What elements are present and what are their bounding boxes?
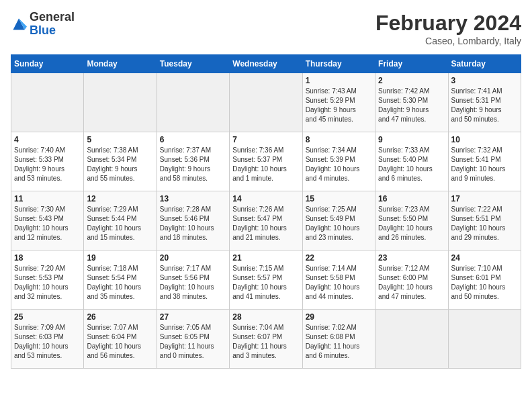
- day-info: Sunrise: 7:36 AM Sunset: 5:37 PM Dayligh…: [232, 146, 299, 183]
- calendar-cell: 24Sunrise: 7:10 AM Sunset: 6:01 PM Dayli…: [448, 250, 521, 310]
- day-number: 24: [451, 253, 518, 263]
- day-number: 17: [451, 194, 518, 203]
- calendar-cell: 14Sunrise: 7:26 AM Sunset: 5:47 PM Dayli…: [230, 191, 302, 250]
- calendar-cell: 5Sunrise: 7:38 AM Sunset: 5:34 PM Daylig…: [84, 132, 157, 191]
- page-header: General Blue February 2024 Caseo, Lombar…: [11, 11, 521, 46]
- day-number: 20: [160, 253, 226, 263]
- calendar-cell: [448, 310, 521, 369]
- day-number: 4: [14, 135, 81, 144]
- day-info: Sunrise: 7:42 AM Sunset: 5:30 PM Dayligh…: [378, 87, 445, 124]
- day-info: Sunrise: 7:12 AM Sunset: 6:00 PM Dayligh…: [378, 264, 445, 302]
- logo-text: General Blue: [30, 11, 75, 38]
- day-number: 21: [232, 253, 299, 263]
- calendar-header-row: SundayMondayTuesdayWednesdayThursdayFrid…: [11, 55, 521, 73]
- day-info: Sunrise: 7:05 AM Sunset: 6:05 PM Dayligh…: [160, 323, 226, 361]
- header-wednesday: Wednesday: [230, 55, 302, 73]
- logo-blue: Blue: [30, 24, 56, 37]
- day-number: 7: [232, 135, 299, 144]
- calendar-cell: 16Sunrise: 7:23 AM Sunset: 5:50 PM Dayli…: [375, 191, 448, 250]
- logo-icon: [11, 16, 27, 32]
- header-tuesday: Tuesday: [157, 55, 229, 73]
- day-number: 28: [232, 312, 299, 322]
- day-number: 26: [87, 312, 153, 322]
- day-info: Sunrise: 7:34 AM Sunset: 5:39 PM Dayligh…: [306, 146, 372, 183]
- calendar-cell: 28Sunrise: 7:04 AM Sunset: 6:07 PM Dayli…: [230, 310, 302, 369]
- day-number: 25: [14, 312, 81, 322]
- header-saturday: Saturday: [448, 55, 521, 73]
- calendar-cell: 8Sunrise: 7:34 AM Sunset: 5:39 PM Daylig…: [302, 132, 375, 191]
- day-number: 23: [378, 253, 445, 263]
- calendar-cell: 7Sunrise: 7:36 AM Sunset: 5:37 PM Daylig…: [230, 132, 302, 191]
- day-number: 13: [160, 194, 226, 203]
- day-number: 3: [451, 76, 518, 85]
- day-number: 2: [378, 76, 445, 85]
- day-info: Sunrise: 7:22 AM Sunset: 5:51 PM Dayligh…: [451, 205, 518, 242]
- day-info: Sunrise: 7:26 AM Sunset: 5:47 PM Dayligh…: [232, 205, 299, 242]
- calendar-cell: 10Sunrise: 7:32 AM Sunset: 5:41 PM Dayli…: [448, 132, 521, 191]
- calendar-week-row: 1Sunrise: 7:43 AM Sunset: 5:29 PM Daylig…: [11, 73, 521, 132]
- calendar-cell: 25Sunrise: 7:09 AM Sunset: 6:03 PM Dayli…: [11, 310, 84, 369]
- calendar-cell: 21Sunrise: 7:15 AM Sunset: 5:57 PM Dayli…: [230, 250, 302, 310]
- day-number: 19: [87, 253, 153, 263]
- day-number: 18: [14, 253, 81, 263]
- day-number: 15: [306, 194, 372, 203]
- day-info: Sunrise: 7:23 AM Sunset: 5:50 PM Dayligh…: [378, 205, 445, 242]
- header-friday: Friday: [375, 55, 448, 73]
- day-info: Sunrise: 7:30 AM Sunset: 5:43 PM Dayligh…: [14, 205, 81, 242]
- day-number: 16: [378, 194, 445, 203]
- header-sunday: Sunday: [11, 55, 84, 73]
- day-number: 22: [306, 253, 372, 263]
- day-number: 27: [160, 312, 226, 322]
- day-info: Sunrise: 7:29 AM Sunset: 5:44 PM Dayligh…: [87, 205, 153, 242]
- day-info: Sunrise: 7:37 AM Sunset: 5:36 PM Dayligh…: [160, 146, 226, 183]
- calendar-cell: [11, 73, 84, 132]
- calendar-cell: 22Sunrise: 7:14 AM Sunset: 5:58 PM Dayli…: [302, 250, 375, 310]
- calendar-week-row: 18Sunrise: 7:20 AM Sunset: 5:53 PM Dayli…: [11, 250, 521, 310]
- calendar-cell: 26Sunrise: 7:07 AM Sunset: 6:04 PM Dayli…: [84, 310, 157, 369]
- header-monday: Monday: [84, 55, 157, 73]
- calendar-cell: 2Sunrise: 7:42 AM Sunset: 5:30 PM Daylig…: [375, 73, 448, 132]
- calendar-cell: 18Sunrise: 7:20 AM Sunset: 5:53 PM Dayli…: [11, 250, 84, 310]
- calendar-cell: 4Sunrise: 7:40 AM Sunset: 5:33 PM Daylig…: [11, 132, 84, 191]
- day-info: Sunrise: 7:15 AM Sunset: 5:57 PM Dayligh…: [232, 264, 299, 302]
- calendar-cell: 6Sunrise: 7:37 AM Sunset: 5:36 PM Daylig…: [157, 132, 229, 191]
- logo: General Blue: [11, 11, 75, 38]
- day-info: Sunrise: 7:07 AM Sunset: 6:04 PM Dayligh…: [87, 323, 153, 361]
- day-info: Sunrise: 7:32 AM Sunset: 5:41 PM Dayligh…: [451, 146, 518, 183]
- calendar-week-row: 4Sunrise: 7:40 AM Sunset: 5:33 PM Daylig…: [11, 132, 521, 191]
- day-info: Sunrise: 7:28 AM Sunset: 5:46 PM Dayligh…: [160, 205, 226, 242]
- day-info: Sunrise: 7:38 AM Sunset: 5:34 PM Dayligh…: [87, 146, 153, 183]
- day-info: Sunrise: 7:43 AM Sunset: 5:29 PM Dayligh…: [306, 87, 372, 124]
- day-info: Sunrise: 7:40 AM Sunset: 5:33 PM Dayligh…: [14, 146, 81, 183]
- calendar-cell: 20Sunrise: 7:17 AM Sunset: 5:56 PM Dayli…: [157, 250, 229, 310]
- day-number: 10: [451, 135, 518, 144]
- calendar-cell: [375, 310, 448, 369]
- calendar-cell: 13Sunrise: 7:28 AM Sunset: 5:46 PM Dayli…: [157, 191, 229, 250]
- day-number: 5: [87, 135, 153, 144]
- day-info: Sunrise: 7:14 AM Sunset: 5:58 PM Dayligh…: [306, 264, 372, 302]
- calendar-cell: 15Sunrise: 7:25 AM Sunset: 5:49 PM Dayli…: [302, 191, 375, 250]
- day-number: 8: [306, 135, 372, 144]
- calendar-cell: 17Sunrise: 7:22 AM Sunset: 5:51 PM Dayli…: [448, 191, 521, 250]
- day-number: 1: [306, 76, 372, 85]
- calendar-cell: [84, 73, 157, 132]
- calendar-cell: 19Sunrise: 7:18 AM Sunset: 5:54 PM Dayli…: [84, 250, 157, 310]
- calendar-week-row: 11Sunrise: 7:30 AM Sunset: 5:43 PM Dayli…: [11, 191, 521, 250]
- day-info: Sunrise: 7:20 AM Sunset: 5:53 PM Dayligh…: [14, 264, 81, 302]
- day-number: 29: [306, 312, 372, 322]
- calendar-cell: 1Sunrise: 7:43 AM Sunset: 5:29 PM Daylig…: [302, 73, 375, 132]
- month-title: February 2024: [375, 11, 521, 36]
- calendar-cell: [157, 73, 229, 132]
- calendar-cell: 29Sunrise: 7:02 AM Sunset: 6:08 PM Dayli…: [302, 310, 375, 369]
- day-number: 12: [87, 194, 153, 203]
- day-info: Sunrise: 7:18 AM Sunset: 5:54 PM Dayligh…: [87, 264, 153, 302]
- day-number: 11: [14, 194, 81, 203]
- day-info: Sunrise: 7:25 AM Sunset: 5:49 PM Dayligh…: [306, 205, 372, 242]
- location: Caseo, Lombardy, Italy: [375, 36, 521, 46]
- day-info: Sunrise: 7:33 AM Sunset: 5:40 PM Dayligh…: [378, 146, 445, 183]
- calendar-cell: 27Sunrise: 7:05 AM Sunset: 6:05 PM Dayli…: [157, 310, 229, 369]
- day-number: 14: [232, 194, 299, 203]
- title-block: February 2024 Caseo, Lombardy, Italy: [375, 11, 521, 46]
- calendar-cell: 3Sunrise: 7:41 AM Sunset: 5:31 PM Daylig…: [448, 73, 521, 132]
- calendar-week-row: 25Sunrise: 7:09 AM Sunset: 6:03 PM Dayli…: [11, 310, 521, 369]
